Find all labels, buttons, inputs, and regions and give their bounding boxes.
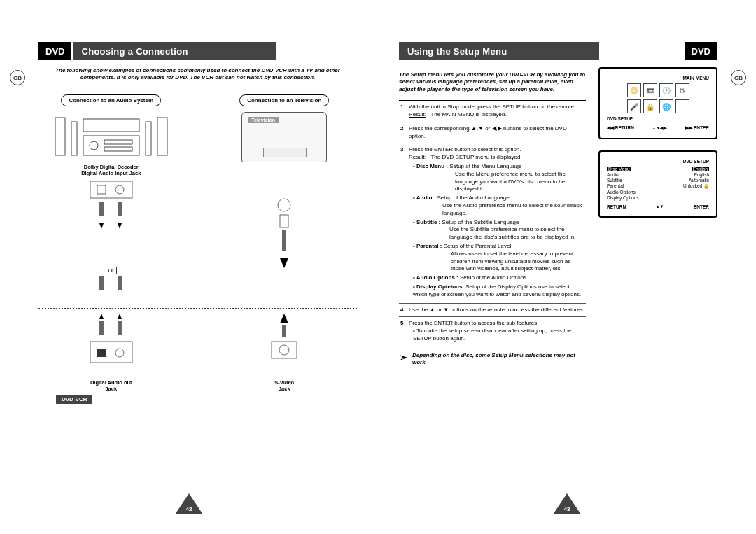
svg-rect-17 bbox=[118, 276, 122, 290]
page-title-right: Using the Setup Menu bbox=[399, 42, 599, 60]
cable-diagrams-lower: Digital Audio out Jack DVD-VCR S-Video J bbox=[38, 314, 357, 393]
svg-rect-27 bbox=[97, 349, 106, 357]
gb-badge: GB bbox=[10, 70, 25, 85]
svg-rect-19 bbox=[280, 215, 288, 227]
grid-icon: 🔒 bbox=[643, 99, 657, 113]
grid-icon: 📀 bbox=[627, 83, 641, 97]
note-arrow-icon: ➣ bbox=[399, 352, 408, 363]
svg-marker-29 bbox=[280, 314, 288, 323]
dotted-divider bbox=[38, 308, 357, 309]
svg-point-28 bbox=[115, 349, 124, 357]
page-number-42: 42 bbox=[186, 506, 192, 512]
osd1-dvd-setup: DVD SETUP bbox=[607, 116, 709, 121]
svg-point-32 bbox=[279, 345, 289, 355]
tv-label: Television bbox=[248, 117, 279, 123]
gb-badge-right: GB bbox=[731, 70, 746, 85]
dvdvcr-label: DVD-VCR bbox=[56, 395, 92, 404]
page-42: GB DVD Choosing a Connection The followi… bbox=[0, 0, 378, 534]
grid-icon: ⚙ bbox=[676, 83, 690, 97]
page-number-43: 43 bbox=[564, 506, 570, 512]
grid-icon: 🌐 bbox=[659, 99, 673, 113]
step-1: 1 With the unit in Stop mode, press the … bbox=[399, 101, 586, 122]
svg-marker-15 bbox=[118, 223, 122, 229]
svg-marker-23 bbox=[118, 314, 122, 319]
svg-rect-8 bbox=[104, 147, 132, 151]
svg-rect-4 bbox=[83, 119, 139, 132]
dvd-tag-right: DVD bbox=[685, 42, 718, 60]
steps-table: 1 With the unit in Stop mode, press the … bbox=[399, 100, 586, 346]
cable-diagrams-upper: Or bbox=[38, 181, 357, 304]
svg-rect-1 bbox=[158, 118, 167, 155]
page-43: GB Using the Setup Menu DVD The Setup me… bbox=[378, 0, 756, 534]
svg-rect-26 bbox=[90, 342, 132, 363]
svg-rect-7 bbox=[104, 140, 132, 144]
dolby-caption: Dolby Digital Decoder Digital Audio Inpu… bbox=[81, 164, 141, 177]
step-2: 2 Press the corresponding ▲,▼ or ◀,▶ but… bbox=[399, 122, 586, 144]
audio-system-diagram bbox=[52, 112, 171, 161]
grid-icon: 🕐 bbox=[659, 83, 673, 97]
osd-main-menu: MAIN MENU 📀 📼 🕐 ⚙ 🎤 🔒 🌐 DVD SETUP ◀◀ RET… bbox=[598, 67, 718, 139]
grid-icon: 📼 bbox=[643, 83, 657, 97]
intro-left: The following show examples of connectio… bbox=[52, 67, 343, 82]
osd1-title: MAIN MENU bbox=[607, 76, 709, 80]
svg-rect-13 bbox=[118, 202, 122, 216]
svg-rect-2 bbox=[71, 122, 77, 155]
grid-icon bbox=[676, 99, 690, 113]
svg-rect-31 bbox=[272, 342, 297, 358]
svg-marker-21 bbox=[280, 258, 288, 268]
cable-svideo-upper bbox=[256, 181, 312, 293]
title-bar-right: Using the Setup Menu DVD bbox=[399, 42, 718, 60]
osd2-title: DVD SETUP bbox=[607, 159, 709, 164]
digital-audio-out-caption: Digital Audio out Jack bbox=[90, 379, 132, 393]
svg-rect-16 bbox=[99, 276, 104, 290]
osd-dvd-setup: DVD SETUP Disc MenuEnglish AudioEnglish … bbox=[598, 150, 718, 218]
svg-rect-10 bbox=[97, 185, 106, 194]
svg-rect-24 bbox=[99, 321, 104, 335]
page-title: Choosing a Connection bbox=[73, 42, 276, 60]
intro-right: The Setup menu lets you customize your D… bbox=[399, 71, 586, 93]
connection-diagrams-top: Connection to an Audio System Dolby Digi… bbox=[38, 94, 357, 177]
svideo-caption: S-Video Jack bbox=[274, 379, 294, 393]
note-text: Depending on the disc, some Setup Menu s… bbox=[412, 352, 586, 367]
cable-to-dvdvcr-left bbox=[83, 314, 139, 377]
svg-marker-14 bbox=[99, 223, 104, 229]
svg-rect-9 bbox=[90, 181, 132, 198]
svg-marker-22 bbox=[99, 314, 104, 319]
svg-rect-25 bbox=[118, 321, 122, 335]
step-5: 5 Press the ENTER button to access the s… bbox=[399, 317, 586, 345]
svg-rect-3 bbox=[146, 122, 151, 155]
svg-rect-12 bbox=[99, 202, 104, 216]
osd1-icon-grid: 📀 📼 🕐 ⚙ 🎤 🔒 🌐 bbox=[607, 83, 709, 113]
dvd-tag: DVD bbox=[38, 42, 71, 60]
manual-spread: GB DVD Choosing a Connection The followi… bbox=[0, 0, 756, 534]
title-bar-left: DVD Choosing a Connection bbox=[38, 42, 357, 60]
tv-diagram: Television bbox=[241, 112, 327, 162]
svg-point-11 bbox=[115, 185, 124, 194]
cable-optical-coax-lower bbox=[83, 276, 139, 304]
osd2-menu-list: Disc MenuEnglish AudioEnglish SubtitleAu… bbox=[607, 167, 709, 200]
conn-audio-label: Connection to an Audio System bbox=[61, 94, 161, 106]
conn-tv-label: Connection to an Television bbox=[239, 94, 329, 106]
svg-rect-0 bbox=[55, 118, 65, 155]
svg-rect-5 bbox=[83, 136, 139, 155]
cable-optical-coax bbox=[83, 181, 139, 265]
svg-rect-30 bbox=[282, 325, 286, 337]
step-3: 3 Press the ENTER button to select this … bbox=[399, 143, 586, 303]
note-row: ➣ Depending on the disc, some Setup Menu… bbox=[399, 352, 586, 367]
grid-icon: 🎤 bbox=[627, 99, 641, 113]
svg-point-6 bbox=[90, 141, 98, 150]
cable-to-dvdvcr-right bbox=[256, 314, 312, 377]
step-4: 4 Use the ▲ or ▼ buttons on the remote t… bbox=[399, 304, 586, 318]
or-label: Or bbox=[106, 267, 117, 274]
svg-rect-20 bbox=[282, 230, 286, 251]
svg-point-18 bbox=[278, 199, 290, 211]
